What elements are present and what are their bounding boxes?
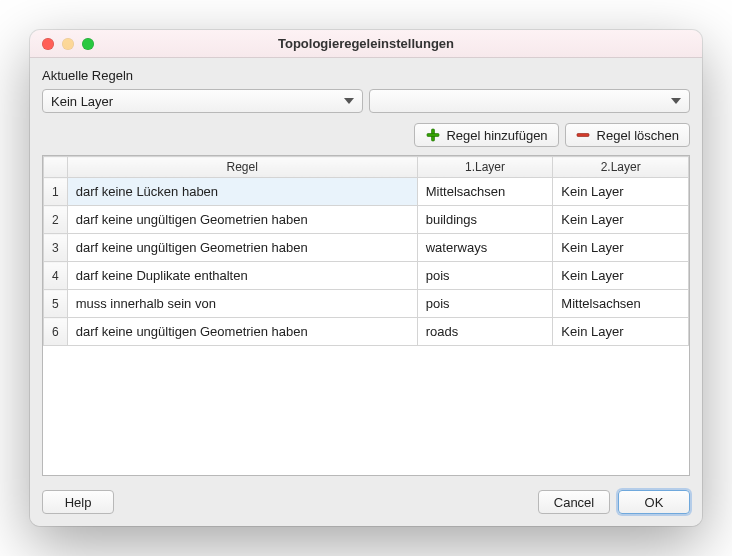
minimize-icon[interactable] (62, 38, 74, 50)
cell-rule: darf keine ungültigen Geometrien haben (67, 206, 417, 234)
cell-layer1: pois (417, 290, 553, 318)
rules-table-container: Regel 1.Layer 2.Layer 1darf keine Lücken… (42, 155, 690, 476)
row-index: 5 (44, 290, 68, 318)
cell-rule: darf keine Lücken haben (67, 178, 417, 206)
row-index: 4 (44, 262, 68, 290)
svg-rect-1 (427, 134, 439, 137)
cell-layer1: waterways (417, 234, 553, 262)
chevron-down-icon (669, 94, 683, 108)
layer-combo-right[interactable] (369, 89, 690, 113)
table-row[interactable]: 5muss innerhalb sein vonpoisMittelsachse… (44, 290, 689, 318)
delete-rule-label: Regel löschen (597, 128, 679, 143)
cell-layer2: Kein Layer (553, 318, 689, 346)
row-index: 3 (44, 234, 68, 262)
svg-rect-2 (577, 134, 589, 137)
add-rule-label: Regel hinzufügen (446, 128, 547, 143)
plus-icon (425, 128, 440, 143)
layer-combo-row: Kein Layer (42, 89, 690, 113)
dialog-window: Topologieregeleinstellungen Aktuelle Reg… (30, 30, 702, 526)
add-rule-button[interactable]: Regel hinzufügen (414, 123, 558, 147)
cell-layer1: buildings (417, 206, 553, 234)
layer-combo-left[interactable]: Kein Layer (42, 89, 363, 113)
row-index: 2 (44, 206, 68, 234)
cell-rule: muss innerhalb sein von (67, 290, 417, 318)
window-title: Topologieregeleinstellungen (30, 36, 702, 51)
zoom-icon[interactable] (82, 38, 94, 50)
cell-layer1: Mittelsachsen (417, 178, 553, 206)
cell-layer2: Kein Layer (553, 206, 689, 234)
cell-layer2: Mittelsachsen (553, 290, 689, 318)
table-header-layer1: 1.Layer (417, 157, 553, 178)
close-icon[interactable] (42, 38, 54, 50)
ok-button[interactable]: OK (618, 490, 690, 514)
chevron-down-icon (342, 94, 356, 108)
table-row[interactable]: 4darf keine Duplikate enthaltenpoisKein … (44, 262, 689, 290)
table-row[interactable]: 3darf keine ungültigen Geometrien habenw… (44, 234, 689, 262)
dialog-footer: Help Cancel OK (42, 480, 690, 514)
window-controls (30, 38, 94, 50)
cell-layer1: roads (417, 318, 553, 346)
cell-layer2: Kein Layer (553, 262, 689, 290)
table-header-rule: Regel (67, 157, 417, 178)
table-header-index (44, 157, 68, 178)
cell-rule: darf keine ungültigen Geometrien haben (67, 318, 417, 346)
row-index: 6 (44, 318, 68, 346)
ok-label: OK (645, 495, 664, 510)
row-index: 1 (44, 178, 68, 206)
rules-table[interactable]: Regel 1.Layer 2.Layer 1darf keine Lücken… (43, 156, 689, 346)
table-row[interactable]: 6darf keine ungültigen Geometrien habenr… (44, 318, 689, 346)
help-label: Help (65, 495, 92, 510)
table-header-layer2: 2.Layer (553, 157, 689, 178)
rule-buttons-row: Regel hinzufügen Regel löschen (42, 117, 690, 151)
titlebar: Topologieregeleinstellungen (30, 30, 702, 58)
cell-layer1: pois (417, 262, 553, 290)
table-row[interactable]: 1darf keine Lücken habenMittelsachsenKei… (44, 178, 689, 206)
cell-rule: darf keine Duplikate enthalten (67, 262, 417, 290)
cell-layer2: Kein Layer (553, 178, 689, 206)
section-label: Aktuelle Regeln (42, 66, 690, 85)
cancel-button[interactable]: Cancel (538, 490, 610, 514)
minus-icon (576, 128, 591, 143)
table-row[interactable]: 2darf keine ungültigen Geometrien habenb… (44, 206, 689, 234)
delete-rule-button[interactable]: Regel löschen (565, 123, 690, 147)
cell-layer2: Kein Layer (553, 234, 689, 262)
help-button[interactable]: Help (42, 490, 114, 514)
cell-rule: darf keine ungültigen Geometrien haben (67, 234, 417, 262)
dialog-content: Aktuelle Regeln Kein Layer (30, 58, 702, 526)
table-header-row: Regel 1.Layer 2.Layer (44, 157, 689, 178)
cancel-label: Cancel (554, 495, 594, 510)
layer-combo-left-value: Kein Layer (51, 94, 113, 109)
